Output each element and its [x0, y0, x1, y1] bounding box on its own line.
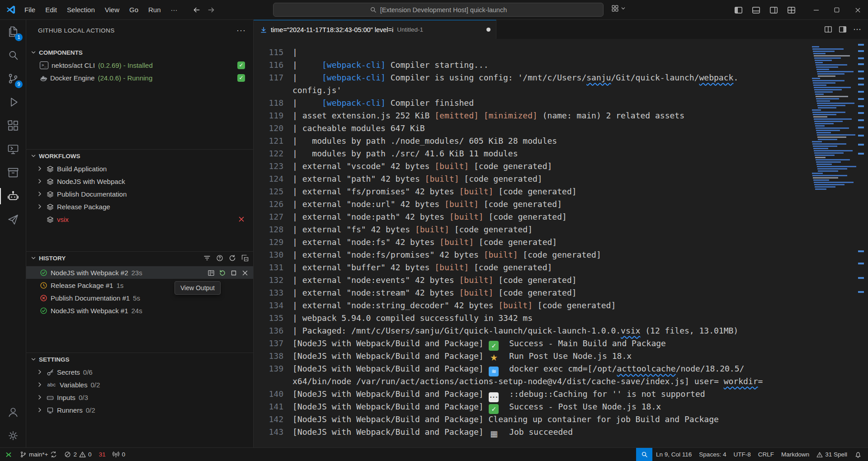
publish-icon[interactable] [0, 208, 26, 231]
collapse-all-icon[interactable] [241, 254, 249, 262]
menu-edit[interactable]: Edit [40, 3, 62, 17]
code-line[interactable]: 115| [254, 46, 811, 59]
code-line[interactable]: 136| Packaged: /mnt/c/Users/sanju/Git/qu… [254, 325, 811, 337]
menu-run[interactable]: Run [143, 3, 166, 17]
code-line[interactable]: 119| asset extension.js 252 KiB [emitted… [254, 109, 811, 122]
code-line[interactable]: 135| webpack 5.94.0 compiled successfull… [254, 312, 811, 325]
workflow-item[interactable]: NodeJS with Webpack [26, 175, 253, 188]
encoding-item[interactable]: UTF-8 [730, 448, 754, 461]
code-line[interactable]: config.js' [254, 84, 811, 97]
code-line[interactable]: 133| external "node:stream" 42 bytes [bu… [254, 287, 811, 299]
spell-checker-item[interactable]: 31 Spell [813, 448, 851, 461]
code-line[interactable]: 117| [webpack-cli] Compiler is using con… [254, 71, 811, 84]
code-line[interactable]: 132| external "node:events" 42 bytes [bu… [254, 274, 811, 287]
menu-view[interactable]: View [100, 3, 124, 17]
history-header[interactable]: HISTORY [26, 252, 253, 264]
containers-icon[interactable] [0, 161, 26, 184]
code-line[interactable]: 118| [webpack-cli] Compiler finished [254, 97, 811, 109]
filter-icon[interactable] [203, 254, 211, 262]
explorer-icon[interactable]: 1 [0, 20, 26, 43]
source-control-icon[interactable]: 9 [0, 67, 26, 90]
workflows-header[interactable]: WORKFLOWS [26, 150, 253, 162]
code-line[interactable]: 142[NodeJS with Webpack/Build and Packag… [254, 413, 811, 426]
code-line[interactable]: 143[NodeJS with Webpack/Build and Packag… [254, 426, 811, 438]
search-icon[interactable] [0, 43, 26, 67]
chevron-right-icon[interactable] [36, 178, 43, 185]
accounts-icon[interactable] [0, 400, 26, 424]
settings-header[interactable]: SETTINGS [26, 353, 253, 366]
code-line[interactable]: 123| external "vscode" 42 bytes [built] … [254, 160, 811, 173]
maximize-button[interactable] [826, 0, 847, 20]
sidebar-more-actions-icon[interactable]: ··· [236, 26, 246, 35]
view-output-icon[interactable] [208, 268, 215, 277]
modified-dot-icon[interactable] [486, 28, 491, 32]
setting-item[interactable]: Runners 0/2 [26, 404, 253, 416]
chevron-right-icon[interactable] [36, 394, 43, 401]
code-line[interactable]: 124| external "path" 42 bytes [built] [c… [254, 173, 811, 185]
component-item[interactable]: Docker Engine (24.0.6) - Running ✓ [26, 71, 253, 84]
editor[interactable]: 115|116| [webpack-cli] Compiler starting… [254, 39, 868, 447]
chevron-right-icon[interactable] [36, 406, 43, 414]
ports-item[interactable]: 0 [109, 448, 129, 461]
code-line[interactable]: 134| external "node:string_decoder" 42 b… [254, 299, 811, 312]
chevron-right-icon[interactable] [36, 381, 43, 388]
code-line[interactable]: 125| external "fs/promises" 42 bytes [bu… [254, 185, 811, 198]
problems-item[interactable]: 2 0 [61, 448, 95, 461]
command-center-search[interactable]: [Extension Development Host] quick-launc… [273, 3, 604, 17]
menu-file[interactable]: File [19, 3, 40, 17]
notifications-bell-icon[interactable] [851, 448, 868, 461]
split-editor-icon[interactable] [824, 25, 832, 34]
settings-gear-icon[interactable] [0, 424, 26, 447]
code-line[interactable]: 122| modules by path ./src/ 41.6 KiB 11 … [254, 147, 811, 160]
extensions-icon[interactable] [0, 114, 26, 137]
code-line[interactable]: 121| modules by path ./node_modules/ 605… [254, 135, 811, 147]
workflow-item[interactable]: Publish Documentation [26, 188, 253, 200]
setting-item[interactable]: abcVariables 0/2 [26, 378, 253, 391]
dismiss-icon[interactable] [241, 268, 249, 277]
back-arrow-icon[interactable] [193, 5, 201, 14]
toggle-sidebar-icon[interactable] [734, 5, 743, 14]
stop-icon[interactable] [230, 268, 237, 277]
code-line[interactable]: 126| external "node:url" 42 bytes [built… [254, 198, 811, 211]
menu-[interactable]: ··· [166, 3, 183, 17]
screencast-zoom-item[interactable] [636, 448, 652, 461]
eol-item[interactable]: CRLF [755, 448, 778, 461]
code-line[interactable]: x64/bin/node /var/run/act/actions/action… [254, 375, 811, 388]
workflow-item[interactable]: vsix [26, 213, 253, 226]
profile-layout-control[interactable] [611, 5, 626, 12]
code-line[interactable]: 116| [webpack-cli] Compiler starting... [254, 59, 811, 71]
history-item[interactable]: NodeJS with Webpack #2 23s [26, 266, 253, 279]
rerun-icon[interactable] [219, 268, 226, 277]
customize-layout-icon[interactable] [787, 5, 796, 14]
forward-arrow-icon[interactable] [207, 5, 215, 14]
help-icon[interactable] [216, 254, 223, 262]
code-line[interactable]: 128| external "fs" 42 bytes [built] [cod… [254, 223, 811, 236]
code-line[interactable]: 139[NodeJS with Webpack/Build and Packag… [254, 362, 811, 375]
spell-error-count[interactable]: 31 [95, 448, 109, 461]
component-item[interactable]: >_nektos/act CLI (0.2.69) - Installed ✓ [26, 59, 253, 71]
setting-item[interactable]: Secrets 0/6 [26, 366, 253, 378]
minimap[interactable] [811, 39, 855, 447]
workflow-item[interactable]: Release Package [26, 200, 253, 213]
code-line[interactable]: 140[NodeJS with Webpack/Build and Packag… [254, 388, 811, 400]
chevron-right-icon[interactable] [36, 203, 43, 210]
chevron-right-icon[interactable] [36, 190, 43, 198]
editor-layout-icon[interactable] [839, 25, 847, 34]
minimize-button[interactable] [806, 0, 826, 20]
code-line[interactable]: 138[NodeJS with Webpack/Build and Packag… [254, 350, 811, 362]
close-button[interactable] [847, 0, 868, 20]
cursor-position-item[interactable]: Ln 9, Col 116 [652, 448, 695, 461]
remove-icon[interactable] [238, 216, 245, 223]
tab-untitled-1[interactable]: time="2024-11-17T18:32:43-05:00" level=i… [254, 20, 496, 39]
menu-selection[interactable]: Selection [62, 3, 100, 17]
setting-item[interactable]: Inputs 0/3 [26, 391, 253, 404]
run-debug-icon[interactable] [0, 90, 26, 114]
workflow-item[interactable]: Build Application [26, 162, 253, 175]
code-line[interactable]: 137[NodeJS with Webpack/Build and Packag… [254, 337, 811, 350]
indentation-item[interactable]: Spaces: 4 [695, 448, 730, 461]
more-actions-icon[interactable]: ⋯ [853, 24, 862, 34]
chevron-right-icon[interactable] [36, 368, 43, 376]
toggle-panel-icon[interactable] [752, 5, 760, 14]
code-line[interactable]: 141[NodeJS with Webpack/Build and Packag… [254, 400, 811, 413]
refresh-icon[interactable] [229, 254, 236, 262]
